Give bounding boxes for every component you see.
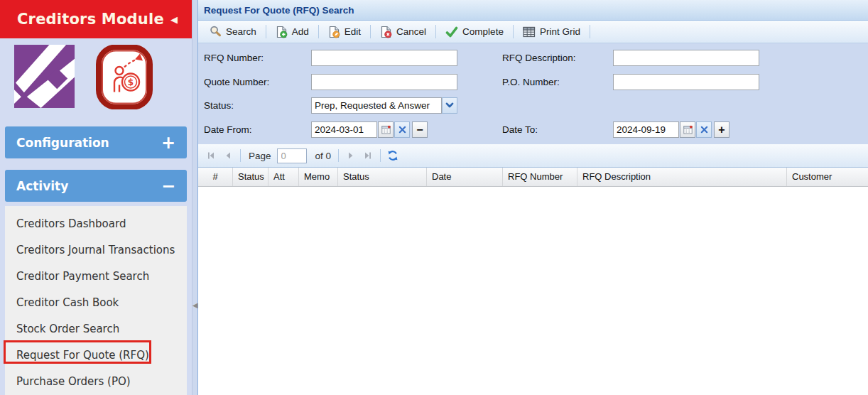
activity-label: Activity: [16, 179, 68, 193]
last-page-button[interactable]: [359, 147, 376, 164]
column-header-memo[interactable]: Memo: [299, 168, 338, 186]
column-header-date[interactable]: Date: [427, 168, 503, 186]
collapse-icon[interactable]: −: [161, 178, 175, 195]
doc-edit-icon: [328, 26, 340, 38]
pager-separator: [380, 149, 381, 162]
status-combo-input[interactable]: [311, 97, 442, 114]
page-count-label: of 0: [315, 151, 332, 161]
edit-label: Edit: [345, 26, 361, 37]
date-from-input[interactable]: [311, 121, 377, 138]
toolbar-separator: [435, 25, 436, 38]
date-from-step-button[interactable]: −: [412, 121, 428, 138]
print-grid-label: Print Grid: [540, 26, 580, 37]
search-icon: [210, 26, 222, 38]
sidebar: Creditors Module ◀ $ Configuration + Ac: [0, 0, 192, 395]
pager-separator: [240, 149, 241, 162]
prev-page-button[interactable]: [219, 147, 237, 164]
first-page-button[interactable]: [202, 147, 219, 164]
first-page-icon: [207, 151, 215, 160]
module-header: Creditors Module ◀: [0, 0, 192, 38]
cancel-button[interactable]: Cancel: [374, 23, 432, 41]
date-to-calendar-button[interactable]: [680, 121, 695, 138]
accordion-activity[interactable]: Activity −: [5, 170, 187, 202]
search-form: RFQ Number: Quote Number: Status: Date F…: [198, 43, 868, 144]
splitter-collapse-icon[interactable]: ◀: [192, 301, 198, 309]
toolbar-separator: [266, 25, 266, 38]
refresh-button[interactable]: [384, 147, 401, 164]
toolbar-separator: [318, 25, 319, 38]
column-header-att[interactable]: Att: [268, 168, 299, 186]
grid-body-empty[interactable]: [198, 187, 868, 395]
check-icon: [445, 26, 458, 38]
cancel-label: Cancel: [396, 26, 426, 37]
grid-header: # Status Att Memo Status Date RFQ Number…: [198, 168, 868, 187]
app-logo-red: $: [96, 45, 153, 109]
quote-number-label: Quote Number:: [204, 77, 269, 87]
menu-item-request-for-quote[interactable]: Request For Quote (RFQ): [5, 342, 187, 369]
date-to-clear-button[interactable]: [696, 121, 712, 138]
toolbar: Search Add Edit: [198, 21, 868, 43]
page-number-input[interactable]: [277, 148, 307, 163]
column-header-rfq-description[interactable]: RFQ Description: [577, 168, 787, 186]
complete-button[interactable]: Complete: [440, 23, 509, 40]
column-header-status[interactable]: Status: [338, 168, 427, 186]
search-label: Search: [226, 26, 256, 37]
date-from-label: Date From:: [204, 124, 252, 135]
toolbar-separator: [513, 25, 514, 38]
menu-item-purchase-orders[interactable]: Purchase Orders (PO): [5, 369, 187, 395]
svg-text:$: $: [128, 77, 134, 87]
po-number-label: P.O. Number:: [502, 77, 560, 87]
date-from-clear-button[interactable]: [394, 121, 410, 138]
date-from-calendar-button[interactable]: [378, 121, 394, 138]
rfq-search-panel: Request For Quote (RFQ) Search Search Ad…: [197, 0, 868, 395]
status-combo-trigger[interactable]: [442, 97, 457, 114]
column-header-rfq-number[interactable]: RFQ Number: [503, 168, 577, 186]
menu-item-stock-order-search[interactable]: Stock Order Search: [5, 316, 187, 342]
po-number-input[interactable]: [613, 74, 759, 90]
date-to-label: Date To:: [502, 124, 538, 135]
menu-item-creditors-journal-transactions[interactable]: Creditors Journal Transactions: [5, 237, 187, 264]
menu-item-creditor-payment-search[interactable]: Creditor Payment Search: [5, 264, 187, 290]
rfq-number-label: RFQ Number:: [204, 53, 264, 63]
print-grid-button[interactable]: Print Grid: [517, 23, 586, 40]
search-button[interactable]: Search: [204, 23, 262, 40]
next-page-icon: [347, 151, 355, 160]
next-page-button[interactable]: [342, 147, 359, 164]
menu-item-creditor-cash-book[interactable]: Creditor Cash Book: [5, 290, 187, 316]
menu-item-creditors-dashboard[interactable]: Creditors Dashboard: [5, 211, 187, 237]
panel-splitter[interactable]: ◀: [192, 0, 197, 395]
doc-cancel-icon: [380, 26, 392, 38]
module-title: Creditors Module: [17, 11, 164, 28]
rfq-description-input[interactable]: [613, 50, 759, 66]
edit-button[interactable]: Edit: [322, 23, 367, 41]
accordion-configuration[interactable]: Configuration +: [5, 126, 187, 158]
sidebar-collapse-icon[interactable]: ◀: [170, 14, 178, 25]
doc-add-icon: [276, 26, 288, 38]
company-logo-purple: [14, 45, 75, 108]
quote-number-input[interactable]: [311, 74, 457, 90]
last-page-icon: [364, 151, 372, 160]
add-label: Add: [292, 26, 309, 37]
column-header-customer[interactable]: Customer: [787, 168, 868, 186]
date-to-step-button[interactable]: +: [714, 121, 729, 138]
prev-page-icon: [224, 151, 232, 160]
column-header-status-icon[interactable]: Status: [233, 168, 268, 186]
column-header-row-number[interactable]: #: [198, 168, 233, 186]
status-label: Status:: [204, 100, 234, 111]
date-to-input[interactable]: [613, 121, 679, 138]
configuration-label: Configuration: [16, 136, 109, 150]
complete-label: Complete: [462, 26, 504, 37]
combo-trigger-icon: [445, 102, 454, 109]
expand-icon[interactable]: +: [161, 134, 175, 151]
page-label: Page: [249, 151, 271, 161]
panel-titlebar: Request For Quote (RFQ) Search: [198, 0, 868, 21]
toolbar-separator: [370, 25, 371, 38]
paging-toolbar: Page of 0: [198, 144, 868, 168]
clear-icon: [398, 126, 406, 134]
pager-separator: [338, 149, 339, 162]
table-icon: [523, 26, 536, 38]
add-button[interactable]: Add: [270, 23, 315, 41]
rfq-number-input[interactable]: [311, 50, 457, 66]
refresh-icon: [387, 150, 398, 161]
panel-title: Request For Quote (RFQ) Search: [204, 5, 354, 16]
